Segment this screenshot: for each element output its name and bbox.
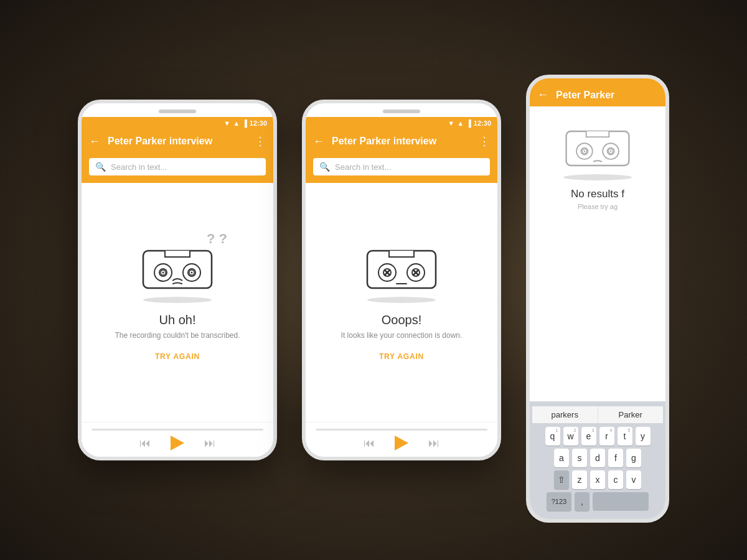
time-display-2: 12:30 [474,119,491,127]
key-shift[interactable]: ⇧ [554,470,569,489]
phone-speaker [159,110,196,113]
error-subtitle-1: The recording couldn't be transcribed. [115,331,240,340]
app-title-1: Peter Parker interview [108,136,247,147]
keyboard: parkers Parker q1 w2 e3 r4 t5 y a s d f … [530,401,665,519]
phone-speaker-2 [383,110,420,113]
back-button-1[interactable]: ← [89,135,100,148]
signal-icon-2: ▲ [457,119,464,127]
cassette-illustration-1 [140,245,215,294]
phone-3: ← Peter Parker No results f Please try a… [526,75,669,523]
menu-button-1[interactable]: ⋮ [255,134,266,148]
play-button-2[interactable] [395,436,408,450]
app-title-2: Peter Parker interview [332,136,471,147]
skip-forward-button-2[interactable]: ⏭ [428,437,439,450]
cassette-illustration-3 [563,125,632,172]
svg-point-27 [610,151,612,152]
svg-point-6 [162,271,164,273]
try-again-button-2[interactable]: TRY AGAIN [379,352,424,361]
wifi-icon-2: ▼ [448,119,454,127]
key-y[interactable]: y [636,427,651,446]
key-c[interactable]: c [608,470,623,489]
player-progress-1 [92,429,263,431]
error-title-1: Uh oh! [159,313,196,327]
question-marks: ? ? [207,232,227,246]
time-display: 12:30 [250,119,267,127]
keyboard-row-1: q1 w2 e3 r4 t5 y [532,427,663,446]
no-results-title: No results f [571,188,624,200]
search-input-wrap-1[interactable]: 🔍 Search in text... [89,158,266,175]
skip-forward-button-1[interactable]: ⏭ [204,437,215,450]
keyboard-suggestions: parkers Parker [532,406,663,423]
search-icon-1: 🔍 [95,162,106,172]
key-d[interactable]: d [590,449,605,467]
search-bar-2: 🔍 Search in text... [306,153,497,183]
app-title-3: Peter Parker [556,90,658,101]
key-e[interactable]: e3 [581,427,596,446]
keyboard-row-4: ?123 , [532,492,663,511]
cassette-shadow-1 [143,297,212,303]
search-input-wrap-2[interactable]: 🔍 Search in text... [313,158,490,175]
signal-icon: ▲ [233,119,240,127]
cassette-wrap-1: ? ? [140,245,215,303]
phone-1: ▼ ▲ ▐ 12:30 ← Peter Parker interview ⋮ 🔍… [78,100,277,460]
menu-button-2[interactable]: ⋮ [479,134,490,148]
phone-2: ▼ ▲ ▐ 12:30 ← Peter Parker interview ⋮ 🔍… [302,100,501,460]
player-controls-1: ⏮ ⏭ [92,436,263,450]
keyboard-row-3: ⇧ z x c v [532,470,663,489]
player-bar-2: ⏮ ⏭ [306,422,497,457]
suggestion-parker[interactable]: Parker [598,406,664,423]
key-comma[interactable]: , [575,492,590,511]
status-bar-1: ▼ ▲ ▐ 12:30 [82,117,273,129]
key-q[interactable]: q1 [545,427,560,446]
key-s[interactable]: s [572,449,587,467]
error-title-2: Ooops! [382,313,421,327]
back-button-2[interactable]: ← [313,135,324,148]
key-symbols[interactable]: ?123 [547,492,571,511]
wifi-icon: ▼ [223,119,230,127]
key-v[interactable]: v [626,470,641,489]
player-progress-2 [316,429,487,431]
key-a[interactable]: a [554,449,569,467]
key-r[interactable]: r4 [599,427,614,446]
play-button-1[interactable] [171,436,184,450]
content-2: Ooops! It looks like your connection is … [306,183,497,422]
search-placeholder-2: Search in text... [335,162,391,172]
keyboard-row-2: a s d f g [532,449,663,467]
back-button-3[interactable]: ← [537,88,548,101]
no-results-subtitle: Please try ag [578,203,618,210]
key-z[interactable]: z [572,470,587,489]
try-again-button-1[interactable]: TRY AGAIN [155,352,200,361]
svg-point-8 [191,271,193,273]
content-1: ? ? [82,183,273,422]
error-subtitle-2: It looks like your connection is down. [341,331,463,340]
player-controls-2: ⏮ ⏭ [316,436,487,450]
search-bar-1: 🔍 Search in text... [82,153,273,183]
content-3: No results f Please try ag [530,106,665,401]
app-bar-2: ← Peter Parker interview ⋮ [306,129,497,153]
search-icon-2: 🔍 [319,162,330,172]
battery-icon: ▐ [242,119,247,127]
player-bar-1: ⏮ ⏭ [82,422,273,457]
cassette-wrap-3 [563,125,632,180]
key-x[interactable]: x [590,470,605,489]
key-f[interactable]: f [608,449,623,467]
cassette-shadow-2 [367,297,436,303]
app-bar-3: ← Peter Parker [530,78,665,106]
key-w[interactable]: w2 [563,427,578,446]
battery-icon-2: ▐ [466,119,471,127]
svg-point-25 [584,151,586,152]
app-bar-1: ← Peter Parker interview ⋮ [82,129,273,153]
skip-back-button-2[interactable]: ⏮ [364,437,375,450]
key-space[interactable] [593,492,649,511]
skip-back-button-1[interactable]: ⏮ [139,437,151,450]
cassette-shadow-3 [563,174,632,180]
search-placeholder-1: Search in text... [111,162,167,172]
suggestion-parkers[interactable]: parkers [532,406,598,423]
status-bar-2: ▼ ▲ ▐ 12:30 [306,117,497,129]
key-g[interactable]: g [626,449,641,467]
cassette-illustration-2 [364,245,439,294]
cassette-wrap-2 [364,245,439,303]
key-t[interactable]: t5 [618,427,632,446]
